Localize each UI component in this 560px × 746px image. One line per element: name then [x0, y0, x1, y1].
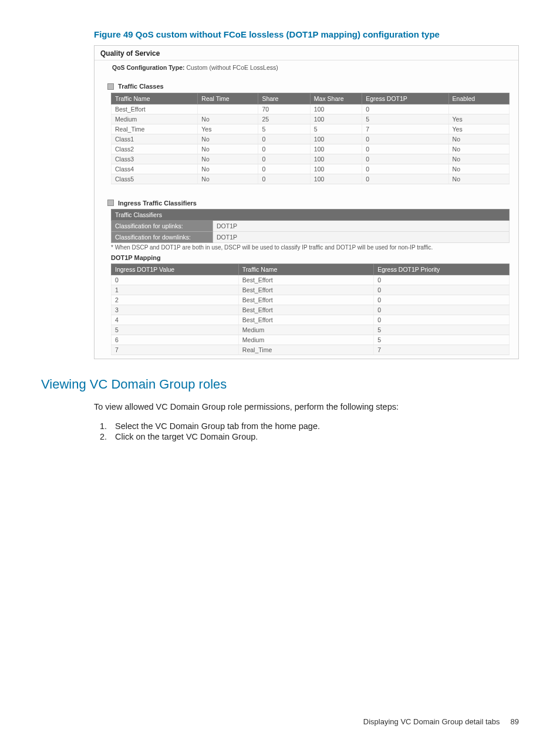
uplinks-label: Classification for uplinks: — [112, 221, 213, 232]
table-cell: Class4 — [112, 164, 198, 174]
table-cell: Real_Time — [112, 124, 198, 134]
downlinks-value: DOT1P — [213, 232, 510, 243]
table-cell: 0 — [374, 275, 509, 285]
qos-config-value: Custom (without FCoE LossLess) — [186, 64, 278, 71]
table-header: Ingress DOT1P Value — [112, 264, 239, 275]
footer-text: Displaying VC Domain Group detail tabs — [363, 717, 500, 726]
table-cell: 0 — [362, 134, 448, 144]
table-header: Enabled — [448, 93, 509, 104]
table-cell: 0 — [374, 305, 509, 315]
qos-config-type: QoS Configuration Type: Custom (without … — [95, 60, 518, 80]
table-cell: Real_Time — [238, 345, 373, 355]
table-row: Class3No01000No — [112, 154, 510, 164]
table-cell: 5 — [374, 325, 509, 335]
table-cell: 0 — [258, 164, 310, 174]
table-cell: 100 — [310, 174, 362, 184]
table-cell: 7 — [362, 124, 448, 134]
table-cell: 3 — [112, 305, 239, 315]
table-cell: 0 — [258, 154, 310, 164]
section-heading: Viewing VC Domain Group roles — [41, 377, 519, 392]
table-cell: 7 — [112, 345, 239, 355]
table-cell — [448, 104, 509, 114]
table-cell: Class2 — [112, 144, 198, 154]
table-cell: No — [448, 154, 509, 164]
table-row: 4Best_Effort0 — [112, 315, 510, 325]
table-cell: 100 — [310, 134, 362, 144]
table-cell: 0 — [112, 275, 239, 285]
table-cell: 5 — [112, 325, 239, 335]
list-item: Click on the target VC Domain Group. — [109, 432, 519, 441]
table-header: Traffic Name — [238, 264, 373, 275]
section-intro: To view allowed VC Domain Group role per… — [94, 401, 519, 413]
table-cell: Yes — [198, 124, 258, 134]
table-cell: 100 — [310, 164, 362, 174]
table-cell: 0 — [258, 174, 310, 184]
figure-caption: Figure 49 QoS custom without FCoE lossle… — [94, 29, 519, 39]
dot1p-mapping-table: Ingress DOT1P ValueTraffic NameEgress DO… — [111, 264, 510, 355]
table-cell: 100 — [310, 144, 362, 154]
table-cell: 5 — [258, 124, 310, 134]
table-row: 1Best_Effort0 — [112, 285, 510, 295]
table-row: Class5No01000No — [112, 174, 510, 184]
table-cell: No — [448, 134, 509, 144]
ingress-label: Ingress Traffic Classifiers — [118, 200, 197, 207]
steps-list: Select the VC Domain Group tab from the … — [94, 421, 519, 441]
table-header: Traffic Name — [112, 93, 198, 104]
table-row: 2Best_Effort0 — [112, 295, 510, 305]
classifier-footnote: * When DSCP and DOT1P are both in use, D… — [111, 244, 518, 251]
table-row: 6Medium5 — [112, 335, 510, 345]
table-cell: 25 — [258, 114, 310, 124]
table-cell: Best_Effort — [112, 104, 198, 114]
table-cell: 0 — [374, 295, 509, 305]
table-row: 0Best_Effort0 — [112, 275, 510, 285]
table-cell: Medium — [238, 335, 373, 345]
table-cell: 0 — [362, 144, 448, 154]
traffic-classes-label: Traffic Classes — [118, 83, 164, 90]
table-header: Share — [258, 93, 310, 104]
table-cell: 0 — [362, 164, 448, 174]
table-cell: 5 — [310, 124, 362, 134]
table-cell: Class5 — [112, 174, 198, 184]
classifiers-header: Traffic Classifiers — [112, 210, 510, 221]
table-row: Class4No01000No — [112, 164, 510, 174]
table-cell: 0 — [374, 285, 509, 295]
table-header: Max Share — [310, 93, 362, 104]
qos-screenshot: Quality of Service QoS Configuration Typ… — [94, 45, 519, 359]
downlinks-label: Classification for downlinks: — [112, 232, 213, 243]
uplinks-value: DOT1P — [213, 221, 510, 232]
table-row: Class1No01000No — [112, 134, 510, 144]
table-cell: Best_Effort — [238, 315, 373, 325]
table-cell: Class3 — [112, 154, 198, 164]
traffic-classes-table: Traffic NameReal TimeShareMax ShareEgres… — [111, 93, 510, 184]
table-cell: No — [448, 174, 509, 184]
table-header: Egress DOT1P Priority — [374, 264, 509, 275]
traffic-classes-title: Traffic Classes — [105, 80, 518, 93]
qos-config-label: QoS Configuration Type: — [112, 64, 184, 71]
table-cell — [198, 104, 258, 114]
table-cell: 1 — [112, 285, 239, 295]
collapse-icon[interactable] — [107, 83, 114, 90]
table-cell: Yes — [448, 124, 509, 134]
table-cell: 0 — [362, 154, 448, 164]
table-cell: 5 — [362, 114, 448, 124]
table-cell: No — [198, 144, 258, 154]
table-row: Best_Effort701000 — [112, 104, 510, 114]
table-cell: No — [198, 154, 258, 164]
table-cell: Class1 — [112, 134, 198, 144]
table-cell: Best_Effort — [238, 275, 373, 285]
table-cell: 6 — [112, 335, 239, 345]
table-cell: Medium — [238, 325, 373, 335]
table-cell: Best_Effort — [238, 295, 373, 305]
table-cell: Medium — [112, 114, 198, 124]
table-cell: 2 — [112, 295, 239, 305]
collapse-icon[interactable] — [107, 200, 114, 206]
footer-page: 89 — [511, 717, 519, 726]
table-cell: 0 — [362, 104, 448, 114]
table-cell: 0 — [374, 315, 509, 325]
table-row: 3Best_Effort0 — [112, 305, 510, 315]
table-cell: 4 — [112, 315, 239, 325]
dot1p-mapping-title: DOT1P Mapping — [111, 254, 518, 261]
table-cell: No — [448, 144, 509, 154]
table-cell: 5 — [374, 335, 509, 345]
table-cell: No — [198, 134, 258, 144]
